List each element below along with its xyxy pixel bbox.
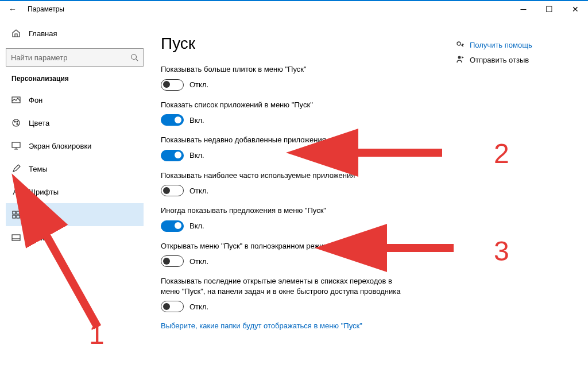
sidebar: Главная Найти параметр Персонализация Фо…	[0, 17, 149, 388]
help-link[interactable]: Получить помощь	[456, 40, 571, 49]
svg-point-13	[458, 56, 461, 59]
help-label: Получить помощь	[470, 41, 532, 49]
sidebar-item-label: Панел	[29, 234, 51, 242]
setting-label: Открывать меню "Пуск" в полноэкранном ре…	[161, 241, 402, 251]
setting-item: Показывать недавно добавленные приложени…	[161, 135, 402, 161]
toggle-switch[interactable]	[161, 114, 184, 126]
back-button[interactable]: ←	[0, 5, 25, 14]
maximize-button[interactable]: ☐	[536, 1, 562, 18]
search-placeholder: Найти параметр	[11, 53, 130, 62]
sidebar-item-start[interactable]: Пуск	[6, 203, 144, 226]
sidebar-home-label: Главная	[29, 29, 57, 38]
sidebar-item-background[interactable]: Фон	[6, 88, 144, 111]
sidebar-item-label: Цвета	[29, 119, 49, 127]
toggle-switch[interactable]	[161, 185, 184, 196]
folders-link[interactable]: Выберите, какие папки будут отображаться…	[161, 321, 571, 330]
feedback-icon	[456, 55, 465, 64]
sidebar-item-taskbar[interactable]: Панел	[6, 226, 144, 249]
svg-rect-9	[13, 215, 16, 218]
sidebar-item-label: Темы	[29, 165, 48, 173]
monitor-icon	[11, 141, 21, 150]
svg-point-5	[17, 123, 18, 125]
sidebar-item-lockscreen[interactable]: Экран блокировки	[6, 134, 144, 157]
sidebar-item-label: Экран блокировки	[29, 142, 91, 150]
toggle-state: Вкл.	[189, 116, 204, 125]
setting-label: Показывать наиболее часто используемые п…	[161, 170, 402, 181]
close-button[interactable]: ✕	[562, 1, 588, 18]
start-icon	[11, 210, 21, 219]
search-icon	[130, 53, 138, 61]
toggle-state: Откл.	[189, 302, 208, 311]
svg-point-3	[14, 121, 16, 122]
window-title: Параметры	[25, 5, 510, 13]
side-panel: Получить помощь Отправить отзыв	[456, 40, 571, 70]
toggle-state: Вкл.	[189, 151, 204, 160]
sidebar-item-label: Пуск	[29, 211, 45, 219]
sidebar-item-themes[interactable]: Темы	[6, 157, 144, 180]
toggle-switch[interactable]	[161, 255, 184, 267]
setting-item: Показывать больше плиток в меню "Пуск"От…	[161, 64, 402, 91]
minimize-button[interactable]: ─	[510, 1, 536, 18]
setting-item: Показать список приложений в меню "Пуск"…	[161, 100, 402, 126]
sidebar-item-label: Шрифты	[29, 188, 59, 196]
svg-rect-8	[17, 211, 20, 214]
home-icon	[11, 29, 21, 38]
image-icon	[11, 95, 21, 104]
feedback-link[interactable]: Отправить отзыв	[456, 55, 571, 64]
setting-label: Показывать последние открытые элементы в…	[161, 276, 402, 296]
setting-item: Открывать меню "Пуск" в полноэкранном ре…	[161, 241, 402, 267]
setting-label: Иногда показывать предложения в меню "Пу…	[161, 205, 402, 216]
setting-item: Показывать наиболее часто используемые п…	[161, 170, 402, 197]
toggle-switch[interactable]	[161, 301, 184, 312]
toggle-switch[interactable]	[161, 220, 184, 232]
svg-point-2	[13, 119, 20, 126]
setting-item: Иногда показывать предложения в меню "Пу…	[161, 205, 402, 232]
title-bar: ← Параметры ─ ☐ ✕	[0, 0, 588, 17]
svg-point-12	[457, 42, 461, 45]
setting-label: Показывать больше плиток в меню "Пуск"	[161, 64, 402, 75]
sidebar-item-label: Фон	[29, 96, 42, 104]
content-area: Пуск Показывать больше плиток в меню "Пу…	[149, 17, 588, 388]
setting-item: Показывать последние открытые элементы в…	[161, 276, 402, 312]
help-icon	[456, 40, 465, 49]
sidebar-item-colors[interactable]: Цвета	[6, 111, 144, 134]
sidebar-item-fonts[interactable]: Шрифты	[6, 180, 144, 203]
brush-icon	[11, 164, 21, 173]
toggle-state: Откл.	[189, 80, 208, 89]
palette-icon	[11, 118, 21, 127]
svg-rect-10	[17, 215, 20, 218]
toggle-state: Вкл.	[189, 222, 204, 230]
svg-point-4	[17, 121, 18, 122]
toggle-state: Откл.	[189, 187, 208, 195]
svg-rect-7	[13, 211, 16, 214]
setting-label: Показать список приложений в меню "Пуск"	[161, 100, 402, 110]
svg-rect-11	[12, 235, 20, 240]
sidebar-section-title: Персонализация	[6, 75, 144, 83]
feedback-label: Отправить отзыв	[470, 56, 529, 64]
font-icon	[11, 187, 21, 196]
setting-label: Показывать недавно добавленные приложени…	[161, 135, 402, 145]
toggle-switch[interactable]	[161, 79, 184, 91]
svg-rect-6	[12, 142, 20, 148]
toggle-switch[interactable]	[161, 150, 184, 161]
toggle-state: Откл.	[189, 257, 208, 266]
sidebar-home[interactable]: Главная	[6, 23, 144, 44]
search-input[interactable]: Найти параметр	[6, 48, 144, 67]
taskbar-icon	[11, 233, 21, 242]
svg-point-0	[131, 55, 137, 60]
